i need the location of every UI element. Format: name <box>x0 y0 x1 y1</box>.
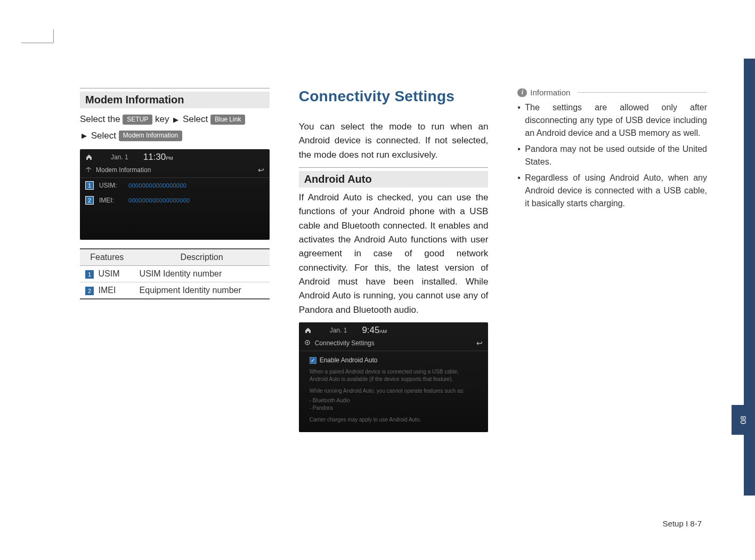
modem-info-pill: Modem Information <box>119 131 182 141</box>
modem-instruction: Select the SETUP key ▶ Select Blue Link … <box>80 111 270 144</box>
side-tab: 08 <box>732 0 755 560</box>
connectivity-title: Connectivity Settings <box>299 88 489 105</box>
information-heading: i Information <box>517 88 707 97</box>
back-icon: ↩ <box>476 339 483 347</box>
modem-info-screenshot: Jan. 1 11:30PM Modem Information ↩ 1 USI… <box>80 149 270 240</box>
col-description: Description <box>134 249 270 266</box>
checkbox-icon: ✓ <box>310 357 316 364</box>
ss-note-4: Carrier charges may apply to use Android… <box>299 414 489 426</box>
home-icon <box>304 327 312 334</box>
home-icon <box>85 153 93 161</box>
modem-info-heading: Modem Information <box>80 92 270 108</box>
svg-point-1 <box>306 342 308 343</box>
setup-key-pill: SETUP <box>123 115 152 125</box>
arrow-icon: ▶ <box>173 113 178 126</box>
status-time: 11:30PM <box>143 152 173 163</box>
connectivity-screenshot: Jan. 1 9:45AM Connectivity Settings ↩ ✓ … <box>299 322 489 432</box>
list-item: Pandora may not be used outside of the U… <box>517 143 707 168</box>
android-auto-heading: Android Auto <box>299 171 489 188</box>
usim-row: 1 USIM: 00000000000000000 <box>80 178 270 193</box>
col-features: Features <box>80 249 134 266</box>
badge-2: 2 <box>85 287 94 295</box>
right-column: i Information The settings are allowed o… <box>517 88 707 441</box>
status-date: Jan. 1 <box>330 327 347 334</box>
connectivity-intro: You can select the mode to run when an A… <box>299 120 489 162</box>
page-footer: Setup I 8-7 <box>663 519 702 528</box>
antenna-icon <box>85 166 92 174</box>
ss-note-3b: - Pandora <box>299 404 489 414</box>
section-tab-08: 08 <box>732 405 755 435</box>
badge-2: 2 <box>85 196 94 205</box>
badge-1: 1 <box>85 181 94 190</box>
status-time: 9:45AM <box>362 325 387 336</box>
information-list: The settings are allowed only after disc… <box>517 101 707 210</box>
left-column: Modem Information Select the SETUP key ▶… <box>80 88 270 441</box>
arrow-icon: ▶ <box>82 129 87 142</box>
android-auto-body: If Android Auto is checked, you can use … <box>299 191 489 317</box>
ss-note-1: When a paired Android device is connecte… <box>299 366 489 385</box>
gear-icon <box>304 339 311 347</box>
bluelink-pill: Blue Link <box>210 115 245 125</box>
middle-column: Connectivity Settings You can select the… <box>299 88 489 441</box>
status-date: Jan. 1 <box>111 153 128 161</box>
screenshot-title: Connectivity Settings <box>315 339 375 347</box>
features-table: Features Description 1 USIM USIM Identit… <box>80 248 270 299</box>
list-item: Regardless of using Android Auto, when a… <box>517 172 707 210</box>
table-row: 2 IMEI Equipment Identity number <box>80 282 270 299</box>
info-icon: i <box>517 88 527 97</box>
ss-note-2: While running Android Auto, you cannot o… <box>299 385 489 397</box>
screenshot-title: Modem Information <box>96 166 151 174</box>
back-icon: ↩ <box>258 166 264 174</box>
imei-row: 2 IMEI: 000000000000000000 <box>80 193 270 208</box>
badge-1: 1 <box>85 270 94 279</box>
enable-android-auto-row: ✓ Enable Android Auto <box>299 351 489 366</box>
ss-note-3a: - Bluetooth Audio <box>299 397 489 404</box>
list-item: The settings are allowed only after disc… <box>517 101 707 140</box>
table-row: 1 USIM USIM Identity number <box>80 266 270 282</box>
